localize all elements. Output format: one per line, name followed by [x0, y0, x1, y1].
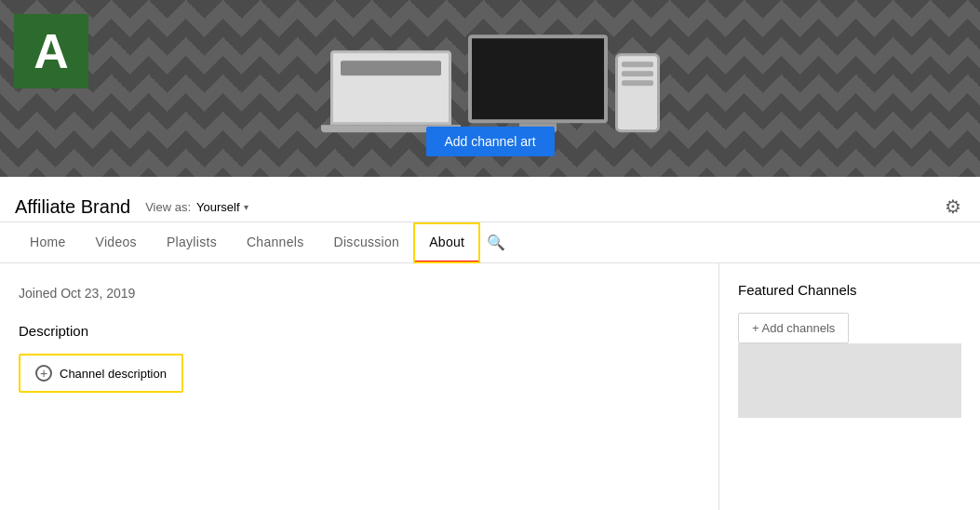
view-as-label: View as:	[145, 200, 191, 214]
channel-bar: Affiliate Brand View as: Yourself ▾ ⚙	[0, 177, 980, 222]
gear-icon: ⚙	[945, 195, 961, 218]
laptop-device	[321, 50, 461, 132]
settings-button[interactable]: ⚙	[941, 192, 965, 221]
phone-line	[622, 61, 653, 67]
tv-device	[468, 34, 608, 132]
avatar-container: A	[14, 14, 88, 88]
tab-discussion[interactable]: Discussion	[319, 223, 415, 262]
add-description-button[interactable]: + Channel description	[19, 354, 183, 393]
sidebar: Featured Channels + Add channels	[719, 263, 980, 510]
phone-device	[615, 53, 660, 132]
sidebar-bottom-filler	[738, 343, 961, 418]
avatar-letter: A	[34, 23, 69, 79]
tab-playlists[interactable]: Playlists	[152, 223, 232, 262]
view-as-value: Yourself	[196, 200, 240, 214]
chevron-down-icon: ▾	[244, 202, 248, 212]
channel-banner: A Add channel art	[0, 0, 980, 177]
tab-channels[interactable]: Channels	[232, 223, 319, 262]
content-area: Joined Oct 23, 2019 Description + Channe…	[0, 263, 980, 510]
laptop-screen	[330, 50, 451, 125]
featured-channels-title: Featured Channels	[738, 282, 961, 298]
view-as-select[interactable]: Yourself ▾	[196, 200, 248, 214]
channel-description-label: Channel description	[60, 367, 167, 381]
channel-name: Affiliate Brand	[15, 196, 130, 218]
add-channels-button[interactable]: + Add channels	[738, 313, 849, 343]
description-label: Description	[19, 323, 700, 339]
avatar: A	[14, 14, 88, 88]
phone-line	[622, 71, 653, 76]
phone-line	[622, 80, 653, 86]
phone-lines	[622, 61, 653, 86]
devices-illustration	[321, 34, 660, 132]
joined-date: Joined Oct 23, 2019	[19, 286, 700, 301]
nav-tabs: Home Videos Playlists Channels Discussio…	[0, 222, 980, 263]
tab-about[interactable]: About	[414, 223, 479, 262]
laptop-screen-bar	[341, 60, 441, 75]
main-content: Joined Oct 23, 2019 Description + Channe…	[0, 263, 719, 510]
add-channel-art-button[interactable]: Add channel art	[425, 127, 554, 156]
tab-home[interactable]: Home	[15, 223, 81, 262]
tv-screen	[468, 34, 608, 123]
channel-bar-left: Affiliate Brand View as: Yourself ▾	[15, 196, 248, 218]
view-as-control: View as: Yourself ▾	[145, 200, 248, 214]
tab-videos[interactable]: Videos	[81, 223, 152, 262]
plus-circle-icon: +	[35, 365, 52, 382]
search-icon[interactable]: 🔍	[479, 222, 513, 262]
